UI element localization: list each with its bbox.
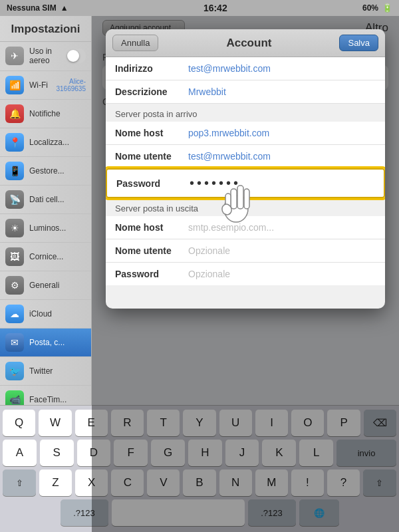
indirizzo-row[interactable]: Indirizzo test@mrwebbit.com <box>106 57 385 80</box>
incoming-server-label: Server posta in arrivo <box>106 104 385 122</box>
battery-icon: 🔋 <box>382 3 392 13</box>
sidebar-item-label-facetime: FaceTim... <box>29 395 66 404</box>
indirizzo-label: Indirizzo <box>115 63 188 74</box>
outgoing-password-row[interactable]: Password Opzionale <box>106 263 385 285</box>
location-icon: 📍 <box>5 133 24 152</box>
sidebar-item-label-generali: Generali <box>29 281 59 290</box>
sidebar-item-label-icloud: iCloud <box>29 309 52 319</box>
sidebar-item-label-dati: Dati cell... <box>29 195 65 204</box>
sidebar-item-cornice[interactable]: 🖼 Cornice... <box>0 243 91 271</box>
status-time: 16:42 <box>203 3 227 13</box>
sidebar-item-dati[interactable]: 📡 Dati cell... <box>0 186 91 214</box>
incoming-user-row[interactable]: Nome utente test@mrwebbit.com <box>106 145 385 168</box>
sidebar-item-notifiche[interactable]: 🔔 Notifiche <box>0 100 91 128</box>
sidebar-item-generali[interactable]: ⚙ Generali <box>0 271 91 300</box>
modal-overlay: Annulla Account Salva Indirizzo test@mrw… <box>92 16 399 532</box>
sidebar-item-label-airplane: Uso in aereo <box>29 47 61 66</box>
sidebar-item-label-gestore: Gestore... <box>29 166 65 176</box>
outgoing-host-row[interactable]: Nome host smtp.esempio.com... <box>106 216 385 239</box>
outgoing-server-fields: Nome host smtp.esempio.com... Nome utent… <box>106 216 385 285</box>
sidebar-item-mail[interactable]: ✉ Posta, c... <box>0 329 91 357</box>
signal-icon: ▲ <box>61 3 68 13</box>
key-z[interactable]: Z <box>39 469 72 496</box>
cancel-button[interactable]: Annulla <box>112 35 158 51</box>
incoming-user-value: test@mrwebbit.com <box>188 151 376 162</box>
generali-icon: ⚙ <box>5 276 24 295</box>
password-label: Password <box>116 178 190 189</box>
sidebar-title: Impostazioni <box>0 16 91 42</box>
icloud-icon: ☁ <box>5 305 24 323</box>
airplane-toggle[interactable] <box>66 49 86 63</box>
incoming-server-fields: Nome host pop3.mrwebbit.com Nome utente … <box>106 122 385 198</box>
luminosita-icon: ☀ <box>5 219 24 237</box>
sidebar-item-label-notifiche: Notifiche <box>29 109 61 118</box>
outgoing-user-placeholder: Opzionale <box>188 245 376 256</box>
sidebar-item-luminosita[interactable]: ☀ Luminos... <box>0 214 91 243</box>
sidebar-item-label-luminosita: Luminos... <box>29 223 66 233</box>
key-w[interactable]: W <box>39 410 71 436</box>
account-modal: Annulla Account Salva Indirizzo test@mrw… <box>106 29 385 309</box>
key-s[interactable]: S <box>40 440 74 466</box>
wifi-value: Alice-31669635 <box>53 78 86 92</box>
outgoing-user-row[interactable]: Nome utente Opzionale <box>106 239 385 263</box>
password-row[interactable]: Password ••••••• <box>106 168 385 198</box>
sidebar-item-icloud[interactable]: ☁ iCloud <box>0 300 91 329</box>
modal-body: Indirizzo test@mrwebbit.com Descrizione … <box>106 57 385 285</box>
indirizzo-value: test@mrwebbit.com <box>188 63 376 74</box>
incoming-host-label: Nome host <box>115 128 188 138</box>
outgoing-host-label: Nome host <box>115 222 188 233</box>
modal-header: Annulla Account Salva <box>106 29 385 57</box>
incoming-user-label: Nome utente <box>115 151 188 162</box>
carrier-text: Nessuna SIM <box>7 3 57 13</box>
sidebar-item-localizza[interactable]: 📍 Localizza... <box>0 128 91 157</box>
sidebar-item-airplane[interactable]: ✈ Uso in aereo <box>0 42 91 71</box>
content-area: Aggiungi account... Altro Posta Aggiungi… <box>92 16 399 532</box>
battery-text: 60% <box>362 3 378 13</box>
sidebar-item-label-localizza: Localizza... <box>29 138 69 147</box>
outgoing-server-label: Server posta in uscita <box>106 198 385 216</box>
mail-icon: ✉ <box>5 333 24 352</box>
sidebar-item-twitter[interactable]: 🐦 Twitter <box>0 357 91 386</box>
sidebar-item-wifi[interactable]: 📶 Wi-Fi Alice-31669635 <box>0 71 91 100</box>
key-q[interactable]: Q <box>3 410 35 436</box>
airplane-icon: ✈ <box>5 47 24 65</box>
status-carrier: Nessuna SIM ▲ <box>7 3 68 13</box>
wifi-icon: 📶 <box>5 76 24 94</box>
key-shift-left[interactable]: ⇧ <box>3 469 36 496</box>
sidebar-item-label-wifi: Wi-Fi <box>29 80 48 90</box>
sidebar-item-label-twitter: Twitter <box>29 366 53 376</box>
notif-icon: 🔔 <box>5 104 24 123</box>
outgoing-user-label: Nome utente <box>115 245 188 256</box>
status-bar: Nessuna SIM ▲ 16:42 60% 🔋 <box>0 0 399 16</box>
incoming-host-row[interactable]: Nome host pop3.mrwebbit.com <box>106 122 385 145</box>
sidebar-item-label-mail: Posta, c... <box>29 338 65 347</box>
outgoing-host-placeholder: smtp.esempio.com... <box>188 222 376 233</box>
phone-icon: 📱 <box>5 162 24 180</box>
sidebar-item-label-cornice: Cornice... <box>29 252 63 261</box>
sidebar-item-gestore[interactable]: 📱 Gestore... <box>0 157 91 186</box>
status-right: 60% 🔋 <box>362 3 392 13</box>
cornice-icon: 🖼 <box>5 247 24 266</box>
twitter-icon: 🐦 <box>5 362 24 380</box>
basic-fields: Indirizzo test@mrwebbit.com Descrizione … <box>106 57 385 104</box>
outgoing-password-label: Password <box>115 269 188 279</box>
key-a[interactable]: A <box>3 440 37 466</box>
incoming-host-value: pop3.mrwebbit.com <box>188 128 376 138</box>
password-dots: ••••••• <box>190 176 241 191</box>
dati-icon: 📡 <box>5 190 24 209</box>
descrizione-label: Descrizione <box>115 86 188 97</box>
descrizione-value: Mrwebbit <box>188 86 376 97</box>
save-button[interactable]: Salva <box>339 35 378 51</box>
modal-title: Account <box>158 37 339 50</box>
descrizione-row[interactable]: Descrizione Mrwebbit <box>106 80 385 103</box>
outgoing-password-placeholder: Opzionale <box>188 269 376 279</box>
